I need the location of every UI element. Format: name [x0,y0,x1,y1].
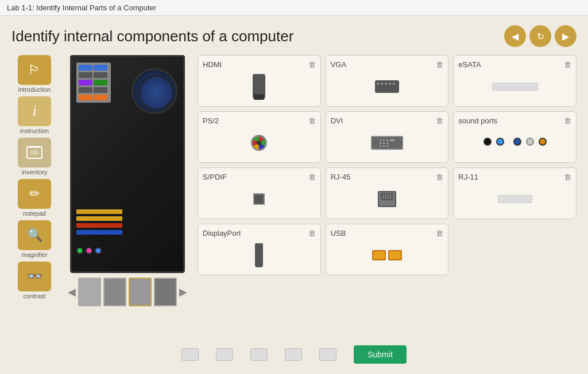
submit-button[interactable]: Submit [354,345,407,364]
magnifier-icon: 🔍 [18,220,51,250]
contrast-icon: 👓 [18,262,51,291]
thumbnail-2[interactable] [103,278,126,306]
component-card-dvi: DVI 🗑 [326,111,449,163]
usb-ports-shape [372,250,402,260]
dvi-label: DVI [331,116,343,125]
component-card-rj45: RJ-45 🗑 [326,167,449,219]
fan-grill [131,68,177,114]
component-card-spdif: S/PDIF 🗑 [198,167,321,219]
forward-button[interactable]: ▶ [555,25,577,47]
thumbnail-4[interactable] [154,278,177,306]
vga-visual [331,72,444,101]
introduction-label: introduction [18,86,51,93]
hdmi-label: HDMI [203,60,222,69]
vga-label: VGA [331,60,346,69]
sidebar-item-introduction[interactable]: 🏳 introduction [11,55,57,93]
sound-ports-trash-icon[interactable]: 🗑 [564,116,571,125]
refresh-button[interactable]: ↻ [529,25,551,47]
sound-dot-black [483,138,492,146]
sidebar-item-instruction[interactable]: i instruction [11,96,57,134]
component-card-usb: USB 🗑 [326,224,449,275]
sound-ports-dots [483,138,547,148]
rj11-shape [498,195,532,203]
slots-area [76,209,122,237]
component-card-displayport: DisplayPort 🗑 [198,224,321,275]
rj11-visual [458,185,571,213]
spdif-port-shape [253,193,265,205]
rj11-trash-icon[interactable]: 🗑 [564,173,571,181]
inventory-label: inventory [22,169,48,176]
spdif-visual [203,185,316,213]
thumb-prev-arrow[interactable]: ◀ [68,286,76,298]
title-bar: Lab 1-1: Identify Internal Parts of a Co… [0,0,588,16]
displayport-trash-icon[interactable]: 🗑 [308,229,316,237]
rj11-label: RJ-11 [458,173,478,181]
rj45-trash-icon[interactable]: 🗑 [436,173,443,181]
hdmi-port-shape [253,74,265,100]
ps2-label: PS/2 [203,116,219,125]
bottom-icon-3[interactable] [250,348,268,361]
title-bar-text: Lab 1-1: Identify Internal Parts of a Co… [7,3,156,12]
contrast-label: contrast [23,293,45,299]
hdmi-visual [203,72,316,101]
components-grid: HDMI 🗑 VGA 🗑 [198,55,577,341]
thumbnail-1[interactable] [78,278,101,306]
spdif-label: S/PDIF [203,173,227,181]
sound-ports-visual [458,128,571,157]
sound-dot-orange [539,138,547,146]
computer-image [70,55,185,273]
displayport-shape [255,243,263,267]
bottom-icon-5[interactable] [319,348,336,361]
ps2-port-shape [251,135,267,151]
back-button[interactable]: ◀ [504,25,526,47]
sound-ports-header: sound ports 🗑 [458,116,571,125]
main-area: Identify internal components of a comput… [0,16,588,374]
esata-trash-icon[interactable]: 🗑 [564,60,571,69]
displayport-label: DisplayPort [203,229,241,237]
sound-ports-label: sound ports [458,116,497,125]
thumbnail-3[interactable] [129,278,152,306]
esata-label: eSATA [458,60,481,69]
computer-inner [72,57,183,271]
hdmi-header: HDMI 🗑 [203,60,316,69]
dvi-trash-icon[interactable]: 🗑 [436,116,443,125]
bottom-icon-2[interactable] [216,348,233,361]
sidebar-item-inventory[interactable]: inventory [11,138,57,176]
sidebar-item-notepad[interactable]: ✏ notepad [11,179,57,217]
notepad-icon: ✏ [18,179,51,209]
rj11-header: RJ-11 🗑 [458,173,571,181]
bottom-icon-4[interactable] [285,348,302,361]
port-panel [76,63,111,103]
svg-rect-2 [30,150,38,155]
usb-trash-icon[interactable]: 🗑 [436,229,443,237]
vga-trash-icon[interactable]: 🗑 [436,60,443,69]
hdmi-trash-icon[interactable]: 🗑 [308,60,316,69]
vga-header: VGA 🗑 [331,60,444,69]
component-card-hdmi: HDMI 🗑 [198,55,321,107]
sound-dot-navy [513,138,521,146]
usb-slot-1 [372,250,386,260]
instruction-label: instruction [20,127,49,134]
thumb-next-arrow[interactable]: ▶ [179,286,187,298]
dvi-header: DVI 🗑 [331,116,444,125]
usb-visual-area [331,241,444,270]
usb-header: USB 🗑 [331,229,444,237]
inventory-icon [18,138,51,167]
bottom-icon-1[interactable] [181,348,199,361]
instruction-icon: i [18,96,51,126]
rj45-label: RJ-45 [331,173,351,181]
magnifier-label: magnifier [21,251,47,258]
usb-label: USB [331,229,346,237]
thumbnail-row: ◀ ▶ [68,278,187,306]
header-row: Identify internal components of a comput… [11,25,577,47]
introduction-icon: 🏳 [18,55,51,85]
spdif-trash-icon[interactable]: 🗑 [308,173,316,181]
component-card-esata: eSATA 🗑 [453,55,577,107]
ps2-header: PS/2 🗑 [203,116,316,125]
rj45-header: RJ-45 🗑 [331,173,444,181]
sidebar-item-contrast[interactable]: 👓 contrast [11,262,57,299]
ps2-trash-icon[interactable]: 🗑 [308,116,316,125]
esata-header: eSATA 🗑 [458,60,571,69]
sidebar-item-magnifier[interactable]: 🔍 magnifier [11,220,57,258]
sound-dot-blue [496,138,504,146]
